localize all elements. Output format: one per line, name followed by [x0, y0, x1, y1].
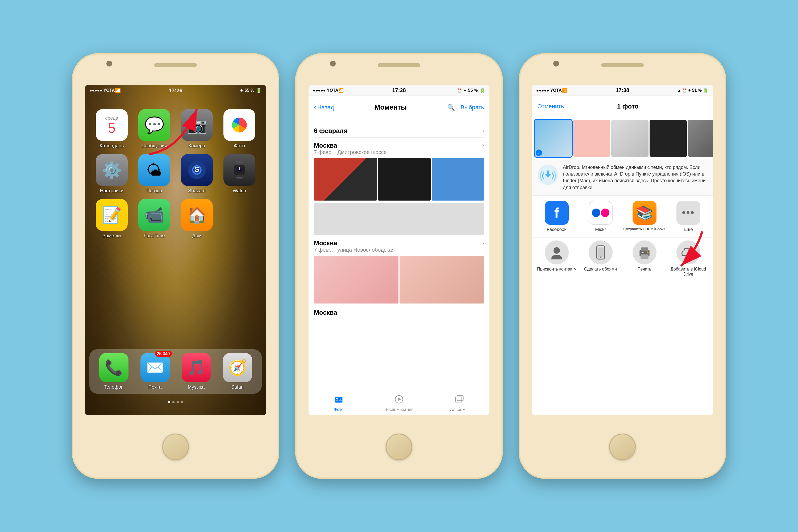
location-title-row-2: Москва ›: [314, 240, 484, 247]
phone-1-screen: ●●●●● YOTA 📶 17:26 ✦ 55 % 🔋 среда 5 Ка: [85, 85, 266, 415]
location-detail-2: 7 февр. · улица Новослободская: [314, 247, 484, 253]
time-2: 17:28: [392, 87, 406, 93]
app-notes[interactable]: 📝 Заметки: [93, 199, 130, 239]
strip-photo-4[interactable]: [650, 120, 687, 157]
back-button-2[interactable]: ‹ Назад: [314, 103, 334, 111]
location-city-1: Москва: [314, 142, 337, 149]
photo-black[interactable]: [378, 158, 431, 201]
time-1: 17:26: [169, 88, 182, 94]
app-calendar[interactable]: среда 5 Календарь: [93, 109, 130, 149]
app-settings[interactable]: ⚙️ Настройки: [93, 154, 130, 194]
icloud-action-icon: [677, 241, 700, 264]
battery-icon-2: 🔋: [479, 88, 485, 93]
svg-rect-20: [597, 247, 603, 257]
app-weather[interactable]: 🌤 Погода: [136, 154, 173, 194]
notes-icon: 📝: [96, 199, 128, 231]
dock-mail-label: Почта: [148, 384, 162, 390]
home-button-1[interactable]: [162, 434, 189, 460]
photos-app: ●●●●● YOTA 📶 17:28 ⏰ ✦ 55 % 🔋 ‹ Назад Мо…: [308, 85, 490, 415]
photo-wide-1[interactable]: [314, 203, 484, 235]
app-photos[interactable]: Фото: [221, 109, 258, 149]
location-section-3: Москва: [314, 306, 484, 316]
phone-3-top: [519, 53, 726, 85]
phone-3-screen: ●●●●● YOTA 📶 17:38 ▲ ⏰ ✦ 51 % 🔋 Отменить…: [532, 85, 713, 415]
svg-rect-14: [457, 395, 463, 401]
share-flickr[interactable]: Flickr: [578, 201, 623, 232]
share-facebook[interactable]: f Facebook: [535, 201, 578, 232]
print-svg: [637, 245, 652, 260]
svg-text:S: S: [194, 165, 200, 173]
calendar-icon: среда 5: [96, 109, 128, 141]
tab-memories[interactable]: Воспоминания: [369, 395, 429, 412]
notes-label: Заметки: [103, 233, 121, 239]
strip-photo-2[interactable]: [573, 120, 610, 157]
phone-app-icon: 📞: [99, 353, 129, 382]
app-camera[interactable]: 📷 Камера: [178, 109, 215, 149]
search-icon-2[interactable]: 🔍: [447, 104, 455, 111]
strip-photo-3[interactable]: [611, 120, 648, 157]
cancel-button-3[interactable]: Отменить: [537, 103, 564, 110]
photos-svg: [229, 114, 250, 136]
moments-scroll[interactable]: 6 февраля › Москва › 7 февр. · Дмитровск…: [308, 119, 490, 391]
tab-albums[interactable]: Альбомы: [429, 395, 490, 412]
tab-photos[interactable]: Фото: [308, 395, 369, 412]
phone-2-bottom: [386, 415, 412, 479]
app-watch[interactable]: Watch: [221, 154, 258, 194]
back-chevron-2: ‹: [314, 103, 316, 111]
app-facetime[interactable]: 📹 FaceTime: [136, 199, 173, 239]
page-dot-1: [168, 401, 170, 403]
location-header-2: Москва › 7 февр. · улица Новослободская: [314, 240, 484, 253]
action-contact[interactable]: Присвоить контакту: [535, 241, 578, 277]
phone-2: ●●●●● YOTA 📶 17:28 ⏰ ✦ 55 % 🔋 ‹ Назад Мо…: [295, 53, 503, 479]
date-section-1: 6 февраля ›: [314, 125, 484, 137]
shazam-icon: S: [181, 154, 213, 186]
weather-icon: 🌤: [138, 154, 170, 186]
action-wallpaper[interactable]: Сделать обоями: [578, 241, 623, 277]
music-app-icon: 🎵: [182, 353, 211, 382]
strip-photo-1[interactable]: ✓: [535, 120, 572, 157]
facebook-label: Facebook: [547, 227, 567, 232]
tab-bar-2: Фото Воспоминания: [308, 391, 490, 415]
svg-point-10: [336, 398, 338, 399]
photo-iphone-2[interactable]: [400, 255, 484, 304]
action-print[interactable]: Печать: [623, 241, 666, 277]
camera-symbol: 📷: [187, 116, 207, 135]
location-title-row-1: Москва ›: [314, 142, 484, 149]
home-button-2[interactable]: [386, 434, 412, 460]
home-button-3[interactable]: [609, 434, 636, 460]
alarm-icon-3: ⏰: [682, 88, 687, 93]
page-dot-4: [181, 401, 183, 403]
location-chevron-2: ›: [482, 240, 484, 247]
share-app: ●●●●● YOTA 📶 17:38 ▲ ⏰ ✦ 51 % 🔋 Отменить…: [532, 85, 713, 415]
photo-iphone-1[interactable]: [314, 255, 398, 304]
action-icloud[interactable]: Добавить в iCloud Drive: [666, 241, 710, 277]
photo-blue-text[interactable]: [432, 158, 484, 201]
contact-action-icon: [545, 241, 569, 264]
strip-photo-5[interactable]: [688, 120, 713, 157]
app-home[interactable]: 🏠 Дом: [178, 199, 215, 239]
more-symbol: •••: [682, 207, 695, 218]
dock-mail[interactable]: ✉️ 25 340 Почта: [140, 353, 170, 390]
speaker-3: [601, 63, 644, 67]
photo-strip: ✓: [532, 117, 713, 159]
svg-point-21: [600, 256, 601, 258]
location-city-2: Москва: [314, 240, 337, 247]
weather-symbol: 🌤: [146, 161, 162, 179]
svg-rect-13: [455, 397, 461, 402]
dock-phone[interactable]: 📞 Телефон: [99, 353, 129, 390]
app-shazam[interactable]: S Shazam: [178, 154, 215, 194]
photo-vr[interactable]: [314, 158, 377, 201]
alarm-icon-2: ⏰: [457, 88, 462, 93]
app-messages[interactable]: 💬 Сообщения: [136, 109, 173, 149]
wifi-2: 📶: [338, 88, 344, 93]
share-more[interactable]: ••• Еще: [666, 201, 710, 232]
svg-rect-3: [236, 177, 243, 178]
nav-title-2: Моменты: [337, 103, 445, 111]
dock-safari[interactable]: 🧭 Safari: [223, 353, 252, 390]
svg-rect-24: [641, 254, 648, 259]
svg-rect-26: [647, 251, 648, 253]
calendar-label: Календарь: [100, 143, 124, 149]
select-button-2[interactable]: Выбрать: [460, 104, 484, 111]
dock-music[interactable]: 🎵 Музыка: [182, 353, 211, 390]
share-ibooks[interactable]: 📚 Сохранить PDF в iBooks: [623, 201, 666, 232]
